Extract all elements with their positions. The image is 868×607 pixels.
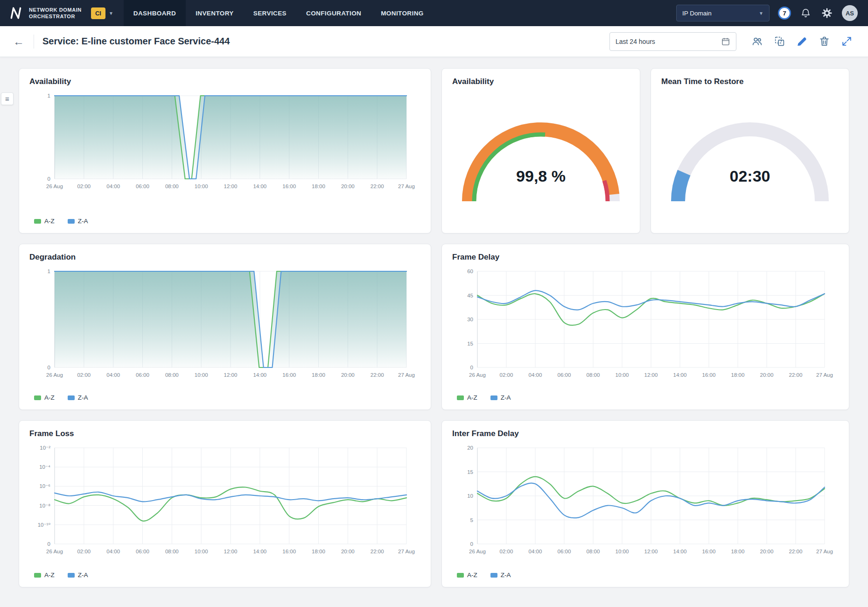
manage-users-button[interactable] bbox=[748, 32, 766, 51]
gear-icon bbox=[821, 7, 833, 19]
svg-text:16:00: 16:00 bbox=[282, 549, 296, 554]
back-button[interactable]: ← bbox=[8, 35, 29, 48]
chart-legend: A-Z Z-A bbox=[452, 572, 839, 579]
nav-item-monitoring[interactable]: MONITORING bbox=[371, 0, 434, 26]
nav-item-services[interactable]: SERVICES bbox=[244, 0, 296, 26]
svg-text:18:00: 18:00 bbox=[312, 184, 325, 189]
settings-button[interactable] bbox=[820, 7, 833, 20]
svg-text:0: 0 bbox=[48, 541, 50, 547]
blue-swatch bbox=[490, 395, 497, 400]
help-counter-button[interactable]: 7 bbox=[778, 7, 791, 20]
svg-text:1: 1 bbox=[48, 268, 50, 274]
legend-label: A-Z bbox=[467, 394, 477, 401]
copy-button[interactable] bbox=[770, 32, 789, 51]
legend-item-az[interactable]: A-Z bbox=[34, 394, 55, 401]
svg-text:27 Aug: 27 Aug bbox=[398, 549, 415, 554]
blue-swatch bbox=[490, 573, 497, 578]
navbar-right: IP Domain ▼ 7 bbox=[676, 5, 858, 21]
legend-item-az[interactable]: A-Z bbox=[457, 572, 477, 579]
expand-button[interactable] bbox=[837, 32, 856, 51]
time-range-picker[interactable]: Last 24 hours bbox=[609, 32, 736, 51]
brand-name: NETWORK DOMAIN ORCHESTRATOR bbox=[29, 7, 82, 20]
legend-item-za[interactable]: Z-A bbox=[68, 218, 88, 225]
svg-text:12:00: 12:00 bbox=[644, 372, 658, 378]
notifications-button[interactable] bbox=[799, 7, 812, 20]
legend-item-za[interactable]: Z-A bbox=[68, 394, 88, 401]
main-navigation: DASHBOARD INVENTORY SERVICES CONFIGURATI… bbox=[124, 0, 434, 26]
chart-legend: A-Z Z-A bbox=[29, 572, 420, 579]
chart-legend: A-Z Z-A bbox=[29, 218, 420, 225]
calendar-icon bbox=[721, 37, 730, 46]
delete-button[interactable] bbox=[815, 32, 833, 51]
svg-text:27 Aug: 27 Aug bbox=[398, 372, 415, 378]
frame-loss-chart: 26 Aug02:0004:0006:0008:0010:0012:0014:0… bbox=[29, 442, 420, 557]
fullscreen-icon bbox=[841, 35, 853, 47]
dashboard-content: Availability 26 Aug02:0004:0006:0008:001… bbox=[0, 57, 868, 597]
page-title: Service: E-line customer Face Service-44… bbox=[42, 36, 230, 47]
availability-gauge-card: Availability 99,8 % bbox=[441, 68, 640, 233]
green-swatch bbox=[34, 573, 41, 578]
bell-icon bbox=[800, 8, 811, 19]
inter-frame-delay-chart-card: Inter Frame Delay 26 Aug02:0004:0006:000… bbox=[441, 420, 849, 587]
svg-text:0: 0 bbox=[470, 541, 473, 547]
svg-text:20:00: 20:00 bbox=[341, 372, 355, 378]
nav-item-dashboard[interactable]: DASHBOARD bbox=[124, 0, 186, 26]
svg-text:10:00: 10:00 bbox=[195, 372, 208, 378]
svg-text:08:00: 08:00 bbox=[165, 549, 179, 554]
svg-text:0: 0 bbox=[470, 365, 473, 370]
nav-item-inventory[interactable]: INVENTORY bbox=[186, 0, 244, 26]
svg-text:27 Aug: 27 Aug bbox=[398, 184, 415, 189]
mttr-gauge-card: Mean Time to Restore 02:30 bbox=[651, 68, 849, 233]
degradation-chart-card: Degradation 26 Aug02:0004:0006:0008:0010… bbox=[19, 244, 431, 410]
trash-icon bbox=[819, 35, 830, 47]
svg-text:10:00: 10:00 bbox=[195, 184, 208, 189]
context-badge[interactable]: CI bbox=[91, 7, 105, 19]
svg-text:08:00: 08:00 bbox=[165, 184, 179, 189]
legend-item-az[interactable]: A-Z bbox=[34, 218, 55, 225]
card-title: Degradation bbox=[29, 253, 420, 262]
chevron-down-icon: ▼ bbox=[109, 11, 113, 16]
green-swatch bbox=[457, 395, 464, 400]
domain-select[interactable]: IP Domain ▼ bbox=[676, 5, 770, 21]
legend-item-az[interactable]: A-Z bbox=[457, 394, 477, 401]
degradation-chart: 26 Aug02:0004:0006:0008:0010:0012:0014:0… bbox=[29, 266, 420, 381]
frame-delay-chart: 26 Aug02:0004:0006:0008:0010:0012:0014:0… bbox=[452, 266, 839, 381]
legend-item-za[interactable]: Z-A bbox=[68, 572, 88, 579]
nav-item-configuration[interactable]: CONFIGURATION bbox=[296, 0, 371, 26]
svg-text:99,8 %: 99,8 % bbox=[516, 167, 566, 185]
svg-text:12:00: 12:00 bbox=[224, 184, 238, 189]
svg-text:22:00: 22:00 bbox=[371, 372, 384, 378]
svg-text:06:00: 06:00 bbox=[558, 372, 571, 378]
svg-text:15: 15 bbox=[467, 469, 473, 475]
svg-text:20: 20 bbox=[467, 445, 473, 451]
svg-text:02:00: 02:00 bbox=[77, 372, 91, 378]
svg-text:1: 1 bbox=[48, 93, 50, 99]
pencil-icon bbox=[796, 35, 808, 47]
svg-text:06:00: 06:00 bbox=[136, 184, 149, 189]
top-navbar: NETWORK DOMAIN ORCHESTRATOR CI ▼ DASHBOA… bbox=[0, 0, 868, 26]
dashboard-row-2: Degradation 26 Aug02:0004:0006:0008:0010… bbox=[19, 244, 849, 410]
legend-item-za[interactable]: Z-A bbox=[490, 572, 511, 579]
svg-text:26 Aug: 26 Aug bbox=[46, 549, 63, 554]
edit-button[interactable] bbox=[792, 32, 811, 51]
svg-text:0: 0 bbox=[48, 365, 50, 370]
svg-text:10⁻⁸: 10⁻⁸ bbox=[39, 503, 50, 508]
svg-text:04:00: 04:00 bbox=[529, 372, 542, 378]
panel-toggle-button[interactable]: ≡ bbox=[1, 92, 14, 105]
card-title: Mean Time to Restore bbox=[661, 77, 839, 86]
legend-item-za[interactable]: Z-A bbox=[490, 394, 511, 401]
svg-text:08:00: 08:00 bbox=[587, 372, 600, 378]
context-switcher[interactable]: CI ▼ bbox=[91, 7, 113, 19]
svg-text:14:00: 14:00 bbox=[253, 549, 266, 554]
svg-text:08:00: 08:00 bbox=[587, 549, 600, 554]
legend-item-az[interactable]: A-Z bbox=[34, 572, 55, 579]
availability-chart: 26 Aug02:0004:0006:0008:0010:0012:0014:0… bbox=[29, 90, 420, 192]
user-avatar[interactable]: AS bbox=[842, 5, 858, 21]
svg-text:04:00: 04:00 bbox=[106, 549, 120, 554]
card-title: Availability bbox=[29, 77, 420, 86]
frame-loss-chart-card: Frame Loss 26 Aug02:0004:0006:0008:0010:… bbox=[19, 420, 431, 587]
svg-text:10: 10 bbox=[467, 493, 473, 499]
svg-text:10⁻⁴: 10⁻⁴ bbox=[39, 464, 50, 470]
blue-swatch bbox=[68, 219, 75, 224]
availability-gauge: 99,8 % bbox=[452, 93, 630, 211]
